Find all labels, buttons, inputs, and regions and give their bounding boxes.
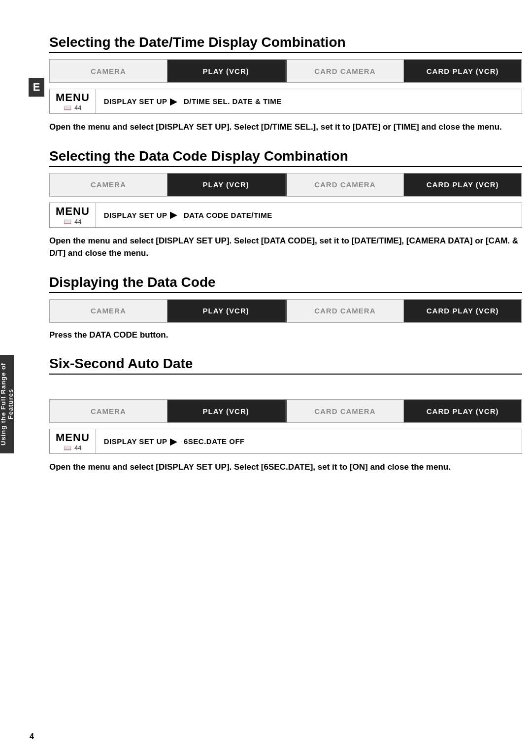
body-text-date-time: Open the menu and select [DISPLAY SET UP…	[49, 121, 522, 134]
menu-label-2: MENU 📖 44	[50, 203, 96, 227]
menu-content-1: DISPLAY SET UP ▶ D/TIME SEL. DATE & TIME	[96, 89, 522, 113]
menu-label-1: MENU 📖 44	[50, 89, 96, 113]
main-content: Selecting the Date/Time Display Combinat…	[49, 34, 522, 474]
section-title-date-time: Selecting the Date/Time Display Combinat…	[49, 34, 522, 53]
mode-camera-3: CAMERA	[50, 300, 167, 322]
body-text-displaying: Press the DATA CODE button.	[49, 329, 522, 342]
menu-row-date-time: MENU 📖 44 DISPLAY SET UP ▶ D/TIME SEL. D…	[49, 89, 522, 114]
e-label: E	[29, 78, 44, 97]
section-title-displaying: Displaying the Data Code	[49, 275, 522, 293]
section-title-data-code: Selecting the Data Code Display Combinat…	[49, 148, 522, 167]
page-ref-2: 44	[74, 218, 81, 225]
mode-camera-1: CAMERA	[50, 60, 167, 82]
page-ref-1: 44	[74, 104, 81, 111]
mode-play-vcr-3: PLAY (VCR)	[167, 300, 285, 322]
mode-bar-displaying: CAMERA PLAY (VCR) CARD CAMERA CARD PLAY …	[49, 299, 522, 323]
book-icon-4: 📖	[64, 444, 71, 451]
menu-content-4: DISPLAY SET UP ▶ 6SEC.DATE OFF	[96, 429, 522, 453]
mode-bar-data-code: CAMERA PLAY (VCR) CARD CAMERA CARD PLAY …	[49, 173, 522, 197]
menu-arrow-2: ▶	[167, 209, 180, 220]
menu-arrow-1: ▶	[167, 96, 180, 107]
mode-card-play-vcr-3: CARD PLAY (VCR)	[404, 300, 522, 322]
mode-play-vcr-4: PLAY (VCR)	[167, 400, 285, 422]
menu-label-4: MENU 📖 44	[50, 429, 96, 453]
mode-card-camera-4: CARD CAMERA	[287, 400, 404, 422]
menu-row-data-code: MENU 📖 44 DISPLAY SET UP ▶ DATA CODE DAT…	[49, 203, 522, 228]
mode-card-play-vcr-2: CARD PLAY (VCR)	[404, 173, 522, 196]
body-text-data-code: Open the menu and select [DISPLAY SET UP…	[49, 235, 522, 260]
menu-content-2: DISPLAY SET UP ▶ DATA CODE DATE/TIME	[96, 203, 522, 227]
e-label-text: E	[33, 81, 40, 94]
section-displaying-data-code: Displaying the Data Code CAMERA PLAY (VC…	[49, 275, 522, 342]
mode-bar-date-time: CAMERA PLAY (VCR) CARD CAMERA CARD PLAY …	[49, 59, 522, 83]
page-ref-4: 44	[74, 444, 81, 451]
mode-card-play-vcr-1: CARD PLAY (VCR)	[404, 60, 522, 82]
sidebar-label: Using the Full Range of Features	[0, 355, 14, 453]
mode-camera-4: CAMERA	[50, 400, 167, 422]
mode-play-vcr-1: PLAY (VCR)	[167, 60, 285, 82]
menu-arrow-4: ▶	[167, 436, 180, 447]
mode-card-camera-2: CARD CAMERA	[287, 173, 404, 196]
menu-row-six-second: MENU 📖 44 DISPLAY SET UP ▶ 6SEC.DATE OFF	[49, 429, 522, 454]
section-date-time: Selecting the Date/Time Display Combinat…	[49, 34, 522, 134]
mode-card-camera-3: CARD CAMERA	[287, 300, 404, 322]
mode-bar-six-second: CAMERA PLAY (VCR) CARD CAMERA CARD PLAY …	[49, 399, 522, 423]
book-icon-1: 📖	[64, 104, 71, 111]
section-title-six-second: Six-Second Auto Date	[49, 356, 522, 375]
mode-camera-2: CAMERA	[50, 173, 167, 196]
book-icon-2: 📖	[64, 218, 71, 225]
section-six-second: Six-Second Auto Date CAMERA PLAY (VCR) C…	[49, 356, 522, 474]
mode-play-vcr-2: PLAY (VCR)	[167, 173, 285, 196]
mode-card-camera-1: CARD CAMERA	[287, 60, 404, 82]
section-data-code: Selecting the Data Code Display Combinat…	[49, 148, 522, 260]
mode-card-play-vcr-4: CARD PLAY (VCR)	[404, 400, 522, 422]
body-text-six-second: Open the menu and select [DISPLAY SET UP…	[49, 461, 522, 474]
spacer-six-second	[49, 378, 522, 393]
page-number: 4	[30, 732, 34, 741]
